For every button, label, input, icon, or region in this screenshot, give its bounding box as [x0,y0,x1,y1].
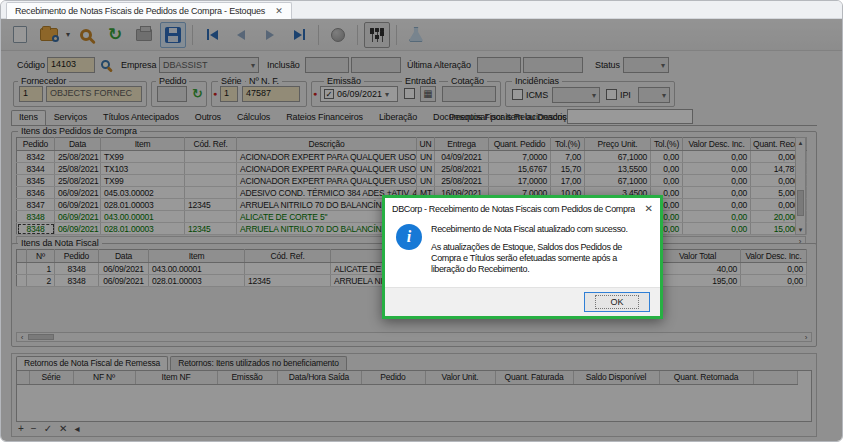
dialog-close-icon[interactable]: ✕ [639,203,653,214]
dialog-body: i Recebimento de Nota Fiscal atualizado … [385,219,660,275]
dialog-footer: OK [385,287,660,316]
document-tabstrip: Recebimento de Notas Fiscais de Pedidos … [1,1,842,19]
dialog-text: Recebimento de Nota Fiscal atualizado co… [431,224,651,275]
dialog-line1: Recebimento de Nota Fiscal atualizado co… [431,224,651,235]
document-tab-title: Recebimento de Notas Fiscais de Pedidos … [15,6,265,16]
info-icon: i [396,224,422,250]
ok-button[interactable]: OK [584,292,650,312]
app-window: Recebimento de Notas Fiscais de Pedidos … [0,0,843,442]
dialog-line2: As atualizações de Estoque, Saldos dos P… [431,242,651,275]
document-tab[interactable]: Recebimento de Notas Fiscais de Pedidos … [6,2,292,19]
tab-close-icon[interactable]: ✕ [275,6,283,16]
dialog-title: DBCorp - Recebimento de Notas Fiscais co… [392,204,635,214]
message-dialog: DBCorp - Recebimento de Notas Fiscais co… [382,195,663,319]
ok-button-label: OK [596,296,637,308]
dialog-titlebar[interactable]: DBCorp - Recebimento de Notas Fiscais co… [385,198,660,219]
